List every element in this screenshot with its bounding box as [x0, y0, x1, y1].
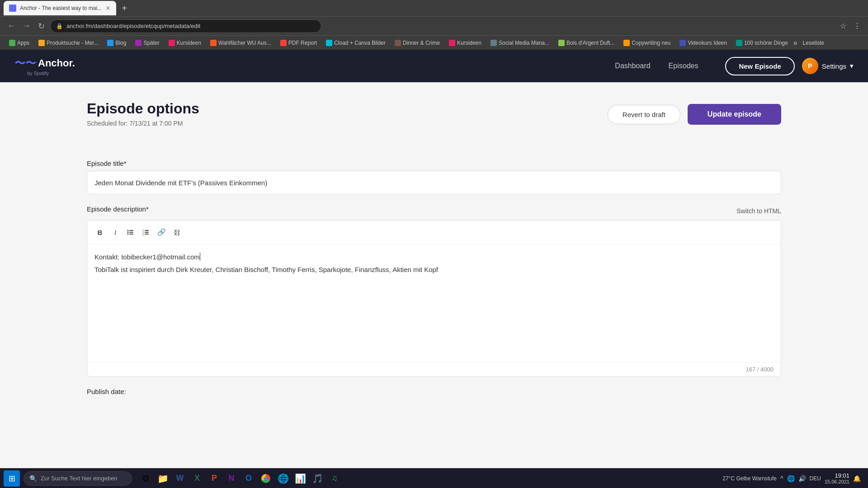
bookmarks-more-icon[interactable]: »	[793, 39, 797, 47]
unlink-button[interactable]: ⛓	[170, 225, 184, 239]
bookmark-dinner[interactable]: Dinner & Crime	[391, 39, 443, 47]
bookmark-videokurs[interactable]: Videokurs Ideen	[676, 39, 731, 47]
bookmark-kursideen2-label: Kursideen	[457, 40, 481, 46]
page-title: Episode options	[87, 100, 199, 117]
taskbar-weather: 27°C Gelbe Warnstufe	[722, 475, 777, 482]
address-bar[interactable]: 🔒 anchor.fm/dashboard/episode/etcqup/met…	[50, 19, 321, 33]
active-tab[interactable]: Anchor - The easiest way to mai... ✕	[4, 1, 116, 15]
description-editor[interactable]: Kontakt: tobibecker1@hotmail.com TobiTal…	[87, 244, 781, 362]
taskbar-app-outlook[interactable]: O	[241, 470, 257, 487]
taskbar-app-onenote[interactable]: N	[223, 470, 240, 487]
logo-text: Anchor.	[38, 57, 75, 69]
revert-to-draft-button[interactable]: Revert to draft	[608, 105, 680, 124]
bookmark-pdf[interactable]: PDF Report	[277, 39, 321, 47]
switch-to-html-link[interactable]: Switch to HTML	[736, 207, 781, 215]
bookmark-spaeter[interactable]: Später	[132, 39, 163, 47]
url-text: anchor.fm/dashboard/episode/etcqup/metad…	[66, 23, 200, 29]
bookmark-kursideen2[interactable]: Kursideen	[445, 39, 485, 47]
kursideen2-icon	[449, 40, 455, 46]
bookmark-social[interactable]: Social Media Mana...	[487, 39, 553, 47]
bookmark-kursideen-label: Kursideen	[177, 40, 201, 46]
new-tab-button[interactable]: +	[118, 3, 131, 14]
start-button[interactable]: ⊞	[4, 470, 20, 487]
bookmark-spaeter-label: Später	[143, 40, 159, 46]
update-episode-button[interactable]: Update episode	[688, 104, 781, 125]
svg-point-2	[127, 232, 129, 233]
bookmark-apps[interactable]: Apps	[5, 39, 33, 47]
svg-rect-5	[129, 234, 133, 235]
taskbar-app-powerpoint[interactable]: P	[206, 470, 222, 487]
logo: 〜〜 Anchor.	[14, 56, 75, 70]
taskbar-search-box[interactable]: 🔍 Zur Suche Text hier eingeben	[24, 471, 132, 486]
tab-title: Anchor - The easiest way to mai...	[20, 5, 102, 11]
forward-button[interactable]: →	[21, 19, 33, 33]
bookmark-kursideen[interactable]: Kursideen	[165, 39, 205, 47]
nav-episodes[interactable]: Episodes	[669, 62, 698, 70]
taskbar-app-spotify[interactable]: ♫	[326, 470, 343, 487]
taskbar-search-icon: 🔍	[29, 475, 37, 482]
publish-date-label: Publish date:	[87, 388, 781, 395]
bookmark-leseliste[interactable]: Leseliste	[799, 39, 828, 47]
dinner-icon	[395, 40, 401, 46]
new-episode-button[interactable]: New Episode	[725, 57, 794, 75]
taskbar-app-misc1[interactable]: 📊	[292, 470, 308, 487]
volume-icon[interactable]: 🔊	[798, 475, 806, 482]
logo-wave-icon: 〜〜	[14, 56, 36, 70]
bookmark-bois[interactable]: Bois d'Argent Duft...	[555, 39, 618, 47]
description-line-1: Kontakt: tobibecker1@hotmail.com	[94, 252, 774, 263]
logo-subtitle: by Spotify	[27, 70, 75, 76]
bookmark-copywriting[interactable]: Copywriting neu	[620, 39, 674, 47]
bookmark-produktsuche[interactable]: Produktsuche - Mer...	[35, 39, 102, 47]
page-header-row: Episode options Scheduled for: 7/13/21 a…	[87, 100, 781, 141]
svg-rect-11	[145, 234, 149, 235]
bookmark-dinner-label: Dinner & Crime	[403, 40, 440, 46]
bold-button[interactable]: B	[93, 225, 107, 239]
settings-label: Settings	[822, 62, 846, 70]
bookmark-videokurs-label: Videokurs Ideen	[688, 40, 727, 46]
taskbar-search-placeholder: Zur Suche Text hier eingeben	[41, 475, 118, 482]
bookmark-cload[interactable]: Cload + Canva Bilder	[322, 39, 389, 47]
taskbar-app-excel[interactable]: X	[189, 470, 205, 487]
browser-actions: ☆ ⋮	[838, 20, 863, 32]
taskbar-chevron-icon[interactable]: ^	[780, 475, 783, 482]
settings-button[interactable]: P Settings ▾	[802, 58, 854, 74]
ordered-list-button[interactable]: 1. 2. 3.	[139, 225, 153, 239]
taskbar-tray: 27°C Gelbe Warnstufe ^ 🌐 🔊 DEU 19:01 15.…	[722, 472, 864, 484]
description-line-2: TobiTalk ist inspiriert durch Dirk Kreut…	[94, 264, 774, 275]
reload-button[interactable]: ↻	[36, 19, 47, 33]
taskbar-clock[interactable]: 19:01 15.06.2021	[825, 472, 849, 484]
tab-close-btn[interactable]: ✕	[105, 5, 111, 12]
bookmark-star-icon[interactable]: ☆	[838, 20, 848, 32]
taskbar-app-edge[interactable]: 🌐	[275, 470, 291, 487]
taskbar-app-explorer[interactable]: 📁	[155, 470, 171, 487]
bookmark-produktsuche-label: Produktsuche - Mer...	[47, 40, 98, 46]
taskbar-app-taskview[interactable]: ⧉	[137, 470, 154, 487]
back-button[interactable]: ←	[5, 19, 17, 33]
bookmark-wahlfaecher-label: Wahlfächer WU Aus...	[218, 40, 271, 46]
episode-title-input[interactable]	[87, 171, 781, 194]
bookmark-100dinge[interactable]: 100 schöne Dinge	[732, 39, 792, 47]
app-header: 〜〜 Anchor. by Spotify Dashboard Episodes…	[0, 50, 868, 82]
notification-icon[interactable]: 🔔	[853, 475, 861, 482]
scheduled-label: Scheduled for: 7/13/21 at 7:00 PM	[87, 120, 199, 127]
bookmarks-bar: Apps Produktsuche - Mer... Blog Später K…	[0, 35, 868, 50]
link-button[interactable]: 🔗	[154, 225, 169, 239]
italic-button[interactable]: I	[108, 225, 123, 239]
svg-point-0	[127, 230, 129, 231]
nav-dashboard[interactable]: Dashboard	[615, 62, 650, 70]
description-editor-wrapper: B I 1. 2. 3.	[87, 220, 781, 377]
browser-menu-icon[interactable]: ⋮	[852, 20, 863, 32]
bookmark-wahlfaecher[interactable]: Wahlfächer WU Aus...	[207, 39, 275, 47]
clock-date: 15.06.2021	[825, 479, 849, 484]
social-icon	[491, 40, 497, 46]
bullet-list-button[interactable]	[123, 225, 138, 239]
taskbar-app-misc2[interactable]: 🎵	[309, 470, 326, 487]
svg-rect-9	[145, 232, 149, 233]
taskbar-app-chrome[interactable]	[258, 470, 274, 487]
language-indicator: DEU	[810, 475, 821, 482]
bookmark-blog[interactable]: Blog	[104, 39, 130, 47]
episode-description-group: Episode description* Switch to HTML B I …	[87, 205, 781, 377]
taskbar-app-word[interactable]: W	[172, 470, 188, 487]
cload-icon	[326, 40, 332, 46]
network-icon[interactable]: 🌐	[787, 475, 795, 482]
